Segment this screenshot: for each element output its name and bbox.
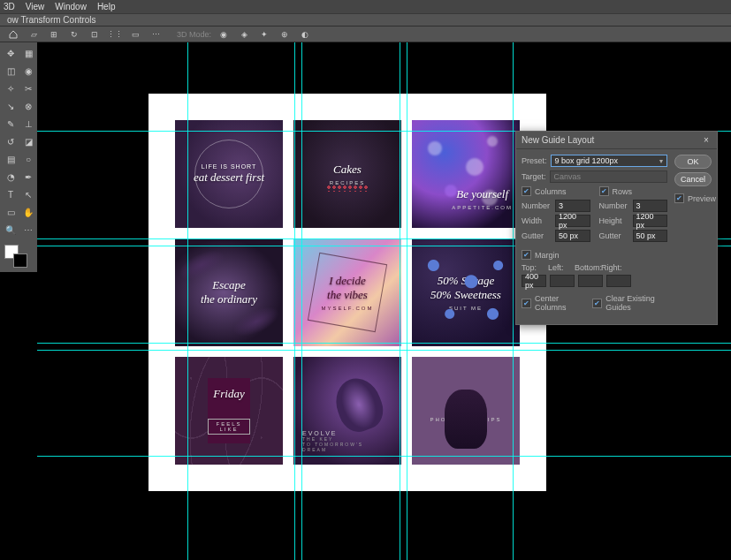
lasso-tool-icon[interactable]: ◉ <box>20 63 36 79</box>
menu-view[interactable]: View <box>26 2 45 11</box>
guide-v[interactable] <box>294 42 295 560</box>
tool-g[interactable]: ⋯ <box>148 29 164 40</box>
mode-label: 3D Mode: <box>177 30 211 39</box>
gradient-tool-icon[interactable]: ▤ <box>3 151 19 167</box>
grid-cell-2: CakesRECIPES <box>293 120 401 228</box>
3d-d[interactable]: ⊕ <box>277 29 293 40</box>
dialog-title: New Guide Layout <box>522 135 594 145</box>
grid-cell-8: EVOLVETHE KEYTO TOMORROW'SDREAM <box>293 357 401 465</box>
shape-tool-icon[interactable]: ▭ <box>3 204 19 220</box>
guide-v[interactable] <box>407 42 407 560</box>
home-icon[interactable] <box>5 29 21 40</box>
margin-label: Margin <box>535 251 560 260</box>
guide-h[interactable] <box>37 350 731 351</box>
3d-c[interactable]: ✦ <box>256 29 272 40</box>
3d-b[interactable]: ◈ <box>236 29 252 40</box>
guide-v[interactable] <box>513 42 514 560</box>
wand-tool-icon[interactable]: ✧ <box>3 80 19 96</box>
preset-label: Preset: <box>522 156 547 165</box>
image-grid: LIFE IS SHORTeat dessert first CakesRECI… <box>175 120 520 465</box>
target-select: Canvas <box>550 170 667 183</box>
margin-top-input[interactable]: 400 px <box>522 275 546 287</box>
stamp-tool-icon[interactable]: ⊥ <box>20 116 36 132</box>
dodge-tool-icon[interactable]: ◔ <box>3 169 19 185</box>
menu-window[interactable]: Window <box>55 2 87 11</box>
3d-a[interactable]: ◉ <box>216 29 232 40</box>
guide-h[interactable] <box>37 343 731 344</box>
eyedropper-tool-icon[interactable]: ↘ <box>3 98 19 114</box>
blur-tool-icon[interactable]: ○ <box>20 151 36 167</box>
row-number-input[interactable]: 3 <box>633 200 668 212</box>
canvas-toolbar: ▱ ⊞ ↻ ⊡ ⋮⋮ ▭ ⋯ 3D Mode: ◉ ◈ ✦ ⊕ ◐ <box>0 26 731 42</box>
crop-tool-icon[interactable]: ✂ <box>20 80 36 96</box>
new-guide-layout-dialog: New Guide Layout × Preset: 9 box grid 12… <box>515 131 718 325</box>
path-tool-icon[interactable]: ↖ <box>20 186 36 202</box>
col-width-input[interactable]: 1200 px <box>555 215 590 227</box>
rows-label: Rows <box>613 187 633 196</box>
preset-select[interactable]: 9 box grid 1200px▾ <box>551 155 667 167</box>
brush-tool-icon[interactable]: ✎ <box>3 116 19 132</box>
heal-tool-icon[interactable]: ⊗ <box>20 98 36 114</box>
margin-bottom-input[interactable] <box>578 275 603 287</box>
guide-v[interactable] <box>187 42 188 560</box>
grid-cell-9: PurplePHOTOSHOP TIPS <box>412 357 520 465</box>
tool-e[interactable]: ⋮⋮ <box>107 29 123 40</box>
tool-d[interactable]: ⊡ <box>87 29 103 40</box>
columns-label: Columns <box>535 187 567 196</box>
guide-v[interactable] <box>301 42 302 560</box>
guide-h[interactable] <box>37 456 731 457</box>
col-number-input[interactable]: 3 <box>555 200 590 212</box>
chevron-down-icon: ▾ <box>659 157 663 165</box>
margin-right-input[interactable] <box>606 275 631 287</box>
tool-b[interactable]: ⊞ <box>46 29 62 40</box>
grid-cell-1: LIFE IS SHORTeat dessert first <box>175 120 283 228</box>
menubar: 3D View Window Help <box>0 0 731 13</box>
margin-left-input[interactable] <box>550 275 575 287</box>
history-brush-icon[interactable]: ↺ <box>3 133 19 149</box>
margin-checkbox[interactable] <box>522 250 531 260</box>
eraser-tool-icon[interactable]: ◪ <box>20 133 36 149</box>
tool-f[interactable]: ▭ <box>127 29 143 40</box>
artboard: LIFE IS SHORTeat dessert first CakesRECI… <box>148 94 546 491</box>
options-bar: ow Transform Controls <box>0 13 731 26</box>
target-label: Target: <box>522 172 546 181</box>
more-tool-icon[interactable]: ⋯ <box>20 222 36 238</box>
move-tool-icon[interactable]: ✥ <box>3 45 19 61</box>
tools-panel: ✥ ▦ ◫ ◉ ✧ ✂ ↘ ⊗ ✎ ⊥ ↺ ◪ ▤ ○ ◔ ✒ T ↖ ▭ ✋ … <box>0 42 37 272</box>
close-icon[interactable]: × <box>701 135 712 145</box>
menu-help[interactable]: Help <box>97 2 116 11</box>
center-columns-checkbox[interactable] <box>522 299 531 308</box>
ok-button[interactable]: OK <box>674 155 712 169</box>
3d-e[interactable]: ◐ <box>297 29 313 40</box>
tool-a[interactable]: ▱ <box>26 29 42 40</box>
hand-tool-icon[interactable]: ✋ <box>20 204 36 220</box>
preview-checkbox[interactable] <box>674 193 684 203</box>
background-swatch[interactable] <box>13 254 27 268</box>
zoom-tool-icon[interactable]: 🔍 <box>3 222 19 238</box>
pen-tool-icon[interactable]: ✒ <box>20 169 36 185</box>
color-swatches[interactable] <box>3 243 34 269</box>
menu-3d[interactable]: 3D <box>4 2 15 11</box>
cancel-button[interactable]: Cancel <box>674 172 712 186</box>
marquee-tool-icon[interactable]: ◫ <box>3 63 19 79</box>
grid-cell-4: Escapethe ordinary <box>175 238 283 346</box>
grid-cell-5: I decidethe vibesMYSELF.COM <box>293 238 401 346</box>
columns-checkbox[interactable] <box>522 186 531 196</box>
guide-v[interactable] <box>400 42 400 560</box>
clear-guides-checkbox[interactable] <box>592 299 602 308</box>
row-gutter-input[interactable]: 50 px <box>633 230 668 242</box>
rows-checkbox[interactable] <box>599 186 609 196</box>
grid-cell-7: FridayFEELS LIKE <box>175 357 283 465</box>
grid-cell-3: Be yourselfAPPETITE.COM <box>412 120 520 228</box>
type-tool-icon[interactable]: T <box>3 186 19 202</box>
col-gutter-input[interactable]: 50 px <box>555 230 590 242</box>
row-height-input[interactable]: 1200 px <box>633 215 668 227</box>
tool-c[interactable]: ↻ <box>66 29 82 40</box>
artboard-tool-icon[interactable]: ▦ <box>20 45 36 61</box>
grid-cell-6: 50% Savage50% SweetnessSUIT ME <box>412 238 520 346</box>
